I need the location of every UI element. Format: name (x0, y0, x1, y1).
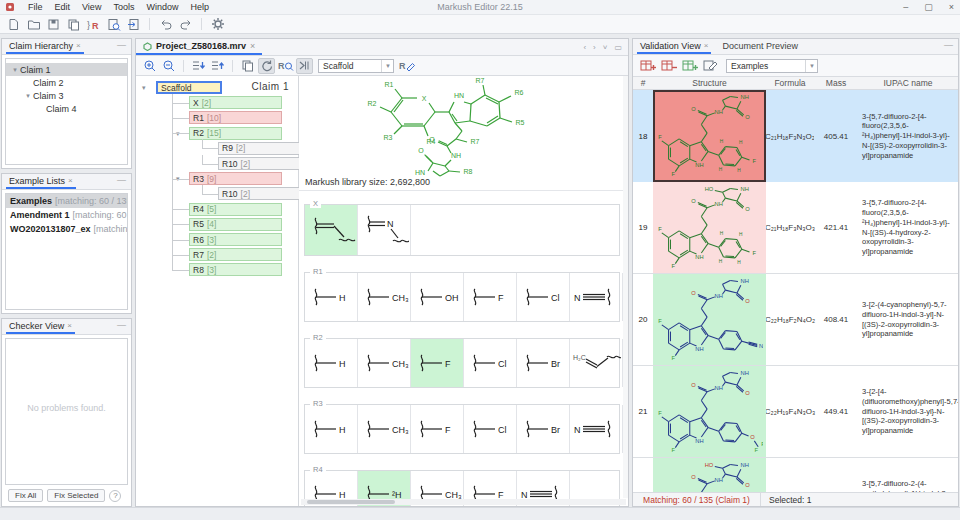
claim-tree-item[interactable]: ▾Claim 3 (6, 89, 127, 102)
rgroup-node-r6[interactable]: R6[3] (189, 233, 282, 246)
column-header-[interactable]: # (633, 78, 653, 88)
tab-document-preview[interactable]: Document Preview (719, 39, 801, 54)
structure-thumbnail[interactable]: FFNHCH₃ONHONHHO (653, 458, 766, 492)
fix-all-button[interactable]: Fix All (8, 489, 43, 502)
close-icon[interactable]: × (704, 41, 709, 50)
claim-tree-item[interactable]: Claim 2 (6, 76, 127, 89)
menu-window[interactable]: Window (140, 2, 184, 12)
minimize-panel-icon[interactable]: — (944, 40, 953, 50)
fragment-br[interactable]: Br (517, 405, 570, 453)
rgroup-edit-icon[interactable]: R (399, 58, 416, 74)
fragment-n[interactable]: N (570, 273, 623, 321)
matching-table-icon[interactable] (681, 58, 698, 74)
maximize-window-button[interactable]: ▢ (924, 2, 933, 12)
rgroup-node-r1[interactable]: R1[10] (189, 111, 282, 124)
rgroup-node-scaffold[interactable]: Scaffold (156, 81, 222, 94)
fragment-oh[interactable]: OH (411, 273, 464, 321)
collapse-all-icon[interactable] (209, 58, 226, 74)
vertical-scrollbar[interactable] (623, 76, 628, 498)
rgroup-node-r9[interactable]: R9[2] (218, 142, 311, 155)
rgroup-node-r5[interactable]: R5[4] (189, 218, 282, 231)
column-header-formula[interactable]: Formula (766, 78, 814, 88)
fragment-ch[interactable]: CH₃ (358, 405, 411, 453)
structure-thumbnail[interactable]: FFNHOFFONHONH (653, 366, 766, 457)
fragment-br[interactable]: Br (517, 339, 570, 387)
rgroup-query-icon[interactable]: R (277, 58, 294, 74)
menu-file[interactable]: File (22, 2, 49, 12)
validation-row-21[interactable]: 21FFNHOFFONHONHC₂₂H₁₉F₄N₃O₃449.413-{2-[4… (633, 366, 958, 458)
fragment-imine[interactable]: N (358, 205, 411, 255)
help-button[interactable]: ? (109, 490, 121, 502)
chevron-down-icon[interactable]: ▾ (23, 92, 33, 100)
column-header-mass[interactable]: Mass (814, 78, 858, 88)
rgroup-node-r2[interactable]: R2[15] (189, 127, 282, 140)
fragment-cl[interactable]: Cl (464, 405, 517, 453)
add-example-table-icon[interactable] (639, 58, 656, 74)
validation-row-19[interactable]: 19FFNHFHHHHONHONHHOC₂₁H₁₈F₃N₃O₃421.413-{… (633, 182, 958, 274)
horizontal-scrollbar[interactable] (301, 499, 626, 505)
fix-selected-button[interactable]: Fix Selected (47, 489, 105, 502)
chevron-down-icon[interactable]: ▾ (142, 84, 146, 92)
minimize-panel-icon[interactable]: — (117, 320, 126, 330)
rgroup-node-x[interactable]: X[2] (189, 96, 282, 109)
edit-list-icon[interactable] (702, 58, 719, 74)
rgroup-node-r4[interactable]: R4[5] (189, 203, 282, 216)
fragment-h[interactable]: H (305, 405, 358, 453)
fragment-alkene[interactable] (305, 205, 358, 255)
fragment-cl[interactable]: Cl (464, 339, 517, 387)
minimize-panel-icon[interactable]: — (117, 175, 126, 185)
save-icon[interactable] (45, 16, 62, 32)
fragment-f[interactable]: F (464, 273, 517, 321)
validation-row-20[interactable]: 20FFNHNONHONHC₂₂H₁₈F₂N₄O₂408.413-[2-(4-c… (633, 274, 958, 366)
validation-row-22[interactable]: 22FFNHCH₃ONHONHHOC₂₂H₂₁F₂N₃O₃413.433-[5,… (633, 458, 958, 492)
rgroup-node-r7[interactable]: R7[2] (189, 248, 282, 261)
fragment-hc[interactable]: H₂C (570, 339, 623, 387)
redo-icon[interactable] (177, 16, 194, 32)
rgroup-node-r8[interactable]: R8[3] (189, 263, 282, 276)
import-document-icon[interactable] (125, 16, 142, 32)
zoom-in-icon[interactable] (141, 58, 158, 74)
fragment-h[interactable]: H (305, 339, 358, 387)
scaffold-structure[interactable]: XR1R2R3R4HNR7R6R5R7ONHHNOR8 (299, 76, 628, 182)
structure-thumbnail[interactable]: FFNHFHHHHONHONHHO (653, 182, 766, 273)
fragment-cl[interactable]: Cl (517, 273, 570, 321)
fragment-ch[interactable]: CH₃ (358, 273, 411, 321)
menu-view[interactable]: View (76, 2, 107, 12)
example-list-item[interactable]: WO2020131807_ex[matching: 60 / 135] (6, 222, 127, 236)
copy-document-icon[interactable] (65, 16, 82, 32)
example-list-item[interactable]: Amendment 1[matching: 60 / 135] (6, 208, 127, 222)
remove-example-table-icon[interactable] (660, 58, 677, 74)
example-list-item[interactable]: Examples[matching: 60 / 135] (6, 194, 127, 208)
rgroup-node-r10[interactable]: R10[2] (218, 187, 311, 200)
validation-row-18[interactable]: 18FFNHFHHHHONHONHC₂₁H₁₈F₃N₃O₂405.413-{5,… (633, 90, 958, 182)
rgroup-node-r3[interactable]: R3[9] (189, 172, 282, 185)
minimize-window-button[interactable]: – (903, 2, 908, 12)
tab-nav-control[interactable]: › (593, 43, 596, 52)
tab-nav-control[interactable]: ‹ (583, 43, 586, 52)
scaffold-select[interactable]: Scaffold▼ (318, 59, 394, 73)
column-header-structure[interactable]: Structure (653, 78, 766, 88)
tab-validation-view[interactable]: Validation View × (637, 39, 711, 54)
tab-checker-view[interactable]: Checker View × (6, 319, 75, 334)
tab-nav-control[interactable]: ˅ (603, 43, 608, 52)
fragment-n[interactable]: N (570, 405, 623, 453)
chevron-down-icon[interactable]: ▾ (10, 66, 20, 74)
fragment-f[interactable]: F (411, 339, 464, 387)
structure-thumbnail[interactable]: FFNHNONHONH (653, 274, 766, 365)
close-icon[interactable]: × (76, 41, 81, 50)
column-header-iupacname[interactable]: IUPAC name (858, 78, 958, 88)
refresh-icon[interactable] (258, 58, 275, 74)
fragment-f[interactable]: F (411, 405, 464, 453)
rgroup-node-r10[interactable]: R10[2] (218, 157, 311, 170)
undo-icon[interactable] (157, 16, 174, 32)
tab-project-file[interactable]: Project_Z580168.mrv × (136, 39, 262, 55)
tab-claim-hierarchy[interactable]: Claim Hierarchy × (6, 39, 84, 54)
fragment-ch[interactable]: CH₃ (358, 339, 411, 387)
claim-tree-item[interactable]: Claim 4 (6, 102, 127, 115)
close-icon[interactable]: × (67, 321, 72, 330)
merge-icon[interactable] (296, 58, 313, 74)
menu-help[interactable]: Help (184, 2, 215, 12)
menu-tools[interactable]: Tools (107, 2, 140, 12)
search-document-icon[interactable] (105, 16, 122, 32)
structure-thumbnail[interactable]: FFNHFHHHHONHONH (653, 90, 766, 182)
